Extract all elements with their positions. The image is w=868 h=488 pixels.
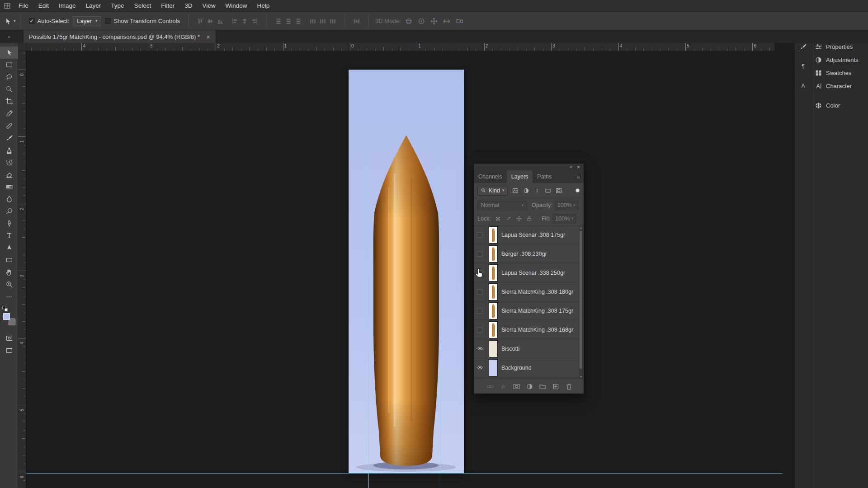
menu-layer[interactable]: Layer — [81, 2, 106, 9]
distribute-vertical-centers-button[interactable] — [283, 16, 293, 27]
delete-layer-button[interactable] — [564, 382, 573, 391]
3d-pan-button[interactable] — [429, 16, 439, 27]
tab-paths[interactable]: Paths — [533, 170, 556, 183]
menu-window[interactable]: Window — [220, 2, 252, 9]
distribute-horizontal-centers-button[interactable] — [318, 16, 328, 27]
menu-image[interactable]: Image — [54, 2, 81, 9]
document-tab[interactable]: Possible 175gr MatchKing - comparisons.p… — [23, 30, 216, 43]
brush-tool[interactable] — [0, 132, 18, 144]
align-bottom-edges-button[interactable] — [215, 16, 225, 27]
lock-pixels-button[interactable] — [505, 215, 513, 222]
layer-visibility-toggle[interactable] — [474, 339, 486, 358]
panel-collapse-icon[interactable]: « — [570, 164, 572, 169]
vertical-ruler[interactable]: 0123456 — [18, 51, 26, 488]
menu-filter[interactable]: Filter — [156, 2, 179, 9]
dock-panel-character[interactable]: ACharacter — [815, 80, 867, 93]
opacity-value[interactable]: 100% ▾ — [555, 201, 578, 210]
crop-tool[interactable] — [0, 95, 18, 108]
layer-effects-button[interactable]: fx — [499, 382, 508, 391]
layer-visibility-toggle[interactable] — [474, 320, 486, 339]
lock-transparent-button[interactable] — [495, 215, 502, 222]
tool-preset-picker[interactable]: ▾ — [4, 17, 16, 25]
align-vertical-centers-button[interactable] — [205, 16, 215, 27]
layer-thumbnail[interactable] — [489, 303, 497, 319]
quick-mask-button[interactable] — [0, 333, 18, 343]
layer-thumbnail[interactable] — [489, 360, 497, 376]
layer-visibility-toggle[interactable] — [474, 263, 486, 282]
blend-mode-dropdown[interactable]: Normal ▾ — [477, 201, 527, 210]
layer-row[interactable]: Lapua Scenar .338 250gr — [474, 263, 579, 282]
layer-thumbnail[interactable] — [489, 227, 497, 243]
align-left-edges-button[interactable] — [230, 16, 240, 27]
layer-visibility-toggle[interactable] — [474, 225, 486, 244]
scrollbar-thumb[interactable] — [580, 231, 582, 369]
filter-type-layers-button[interactable]: T — [533, 186, 542, 195]
link-layers-button[interactable] — [486, 382, 495, 391]
menu-edit[interactable]: Edit — [33, 2, 54, 9]
lock-position-button[interactable] — [515, 215, 523, 222]
menu-view[interactable]: View — [197, 2, 220, 9]
layer-row[interactable]: Sierra MatchKing .308 168gr — [474, 320, 579, 339]
add-layer-mask-button[interactable] — [512, 382, 521, 391]
lasso-tool[interactable] — [0, 71, 18, 83]
3d-roll-button[interactable] — [416, 16, 427, 27]
rectangular-marquee-tool[interactable] — [0, 59, 18, 71]
layer-name[interactable]: Lapua Scenar .308 175gr — [501, 232, 565, 238]
layer-thumbnail[interactable] — [489, 341, 497, 357]
ruler-corner[interactable] — [18, 43, 26, 51]
layer-row[interactable]: Lapua Scenar .308 175gr — [474, 225, 579, 244]
filter-smart-objects-button[interactable] — [554, 186, 563, 195]
foreground-color-swatch[interactable] — [3, 313, 10, 320]
layer-row[interactable]: Biscotti — [474, 339, 579, 358]
filter-pixel-layers-button[interactable] — [511, 186, 520, 195]
path-selection-tool[interactable] — [0, 242, 18, 254]
distribute-left-edges-button[interactable] — [308, 16, 318, 27]
filter-adjustment-layers-button[interactable] — [522, 186, 531, 195]
document-canvas[interactable] — [349, 70, 464, 473]
clone-stamp-tool[interactable] — [0, 144, 18, 156]
layer-name[interactable]: Berger .308 230gr — [501, 251, 547, 257]
auto-select-target-dropdown[interactable]: Layer ▾ — [73, 16, 101, 26]
layer-row[interactable]: Sierra MatchKing .308 175gr — [474, 301, 579, 320]
pasteboard[interactable] — [26, 51, 794, 488]
rectangle-shape-tool[interactable] — [0, 254, 18, 266]
layer-thumbnail[interactable] — [489, 284, 497, 300]
close-document-icon[interactable]: × — [206, 33, 210, 40]
move-tool[interactable] — [0, 47, 18, 59]
zoom-tool[interactable] — [0, 278, 18, 291]
horizontal-ruler[interactable]: 43210123456 — [26, 43, 774, 51]
fill-value[interactable]: 100% ▾ — [552, 214, 576, 223]
dodge-tool[interactable] — [0, 205, 18, 217]
dock-panel-color[interactable]: Color — [815, 99, 867, 112]
screen-mode-button[interactable] — [0, 345, 18, 356]
layer-visibility-toggle[interactable] — [474, 244, 486, 263]
quick-selection-tool[interactable] — [0, 83, 18, 95]
vertical-guide[interactable] — [441, 70, 441, 488]
scroll-up-icon[interactable]: ▲ — [579, 226, 583, 229]
layer-visibility-toggle[interactable] — [474, 301, 486, 320]
layer-thumbnail[interactable] — [489, 322, 497, 338]
toolbar-expand-button[interactable]: » — [0, 30, 18, 43]
layer-name[interactable]: Sierra MatchKing .308 175gr — [501, 308, 573, 314]
layer-name[interactable]: Biscotti — [501, 346, 519, 352]
blur-tool[interactable] — [0, 193, 18, 205]
type-tool[interactable]: T — [0, 230, 18, 242]
layer-name[interactable]: Background — [501, 365, 532, 371]
eraser-tool[interactable] — [0, 169, 18, 181]
hand-tool[interactable] — [0, 266, 18, 278]
history-brush-tool[interactable] — [0, 156, 18, 169]
panel-menu-icon[interactable]: ≡ — [576, 174, 580, 180]
menu-type[interactable]: Type — [106, 2, 129, 9]
3d-camera-button[interactable] — [454, 16, 465, 27]
align-right-edges-button[interactable] — [250, 16, 259, 27]
align-horizontal-centers-button[interactable] — [240, 16, 250, 27]
default-colors-icon[interactable] — [2, 306, 8, 311]
layer-name[interactable]: Sierra MatchKing .308 168gr — [501, 327, 573, 333]
3d-slide-button[interactable] — [441, 16, 452, 27]
layer-name[interactable]: Lapua Scenar .338 250gr — [501, 270, 565, 276]
foreground-background-swatches[interactable] — [3, 313, 15, 325]
lock-all-button[interactable] — [526, 215, 533, 222]
menu-help[interactable]: Help — [252, 2, 274, 9]
distribute-spacing-button[interactable] — [352, 16, 362, 27]
edit-toolbar-button[interactable] — [0, 292, 18, 301]
